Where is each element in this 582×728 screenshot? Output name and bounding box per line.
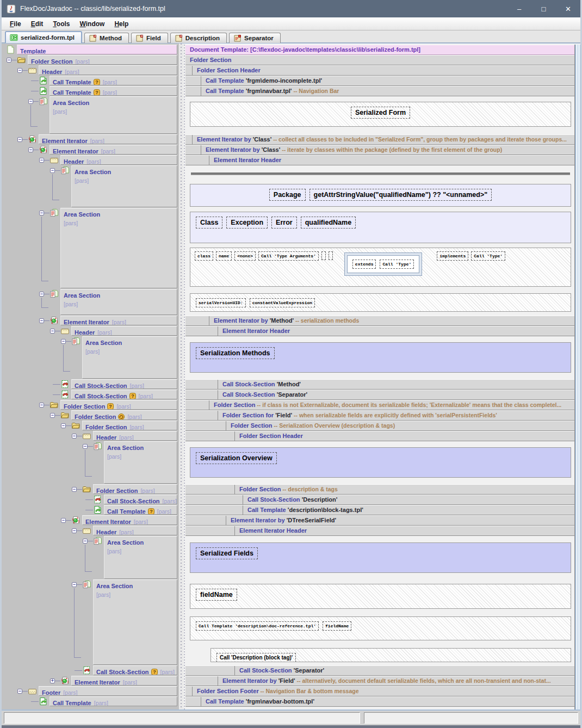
expand-toggle[interactable]: +	[50, 678, 55, 683]
template-area-box[interactable]: serialVersionUID:	[196, 298, 246, 307]
component-row-call-template-frgm-navbar-tpl[interactable]: Call Template 'frgm\navbar.tpl' -- Navig…	[185, 86, 574, 96]
empty-area-box[interactable]	[321, 251, 326, 260]
content-area-lavlight[interactable]: PackagegetAttrStringValue("qualifiedName…	[190, 184, 571, 207]
expand-toggle[interactable]: −	[61, 423, 66, 428]
content-area-hatch[interactable]: Call Template 'description\doc-reference…	[190, 616, 571, 640]
tree-node-bar[interactable]: Header[pars]	[71, 326, 177, 336]
component-row-folder-section[interactable]: Folder Section	[185, 55, 574, 65]
component-row-cell[interactable]: Element Iterator by 'DTreeSerialField'	[226, 516, 574, 525]
tree-node-call-stock-section[interactable]: Call Stock-Section[pars]	[2, 379, 179, 390]
expand-toggle[interactable]: −	[17, 689, 22, 694]
component-row-element-iterator-by-class[interactable]: Element Iterator by 'Class' -- collect a…	[185, 134, 574, 145]
tree-node-header[interactable]: −Header[pars]	[2, 326, 179, 336]
tree-node-bar[interactable]: Element Iterator[pars]	[49, 145, 177, 155]
tree-node-call-template[interactable]: Call Template?[pars]	[2, 505, 179, 515]
tree-node-area-section[interactable]: −Area Section[pars]	[2, 579, 179, 665]
tree-node-bar[interactable]: Area Section[pars]	[60, 289, 177, 315]
expand-toggle[interactable]: −	[39, 211, 44, 215]
tree-node-bar[interactable]: Area Section[pars]	[104, 536, 177, 579]
component-row-cell[interactable]: Element Iterator by 'Class' -- iterate b…	[201, 145, 574, 155]
component-row-element-iterator-header[interactable]: Element Iterator Header	[185, 155, 574, 165]
template-area-box[interactable]: extends	[352, 260, 376, 269]
component-row-cell[interactable]: Folder Section Header	[235, 431, 574, 441]
component-row-element-iterator-by-dtreeserialfield[interactable]: Element Iterator by 'DTreeSerialField'	[185, 515, 574, 526]
expand-toggle[interactable]: −	[17, 137, 22, 142]
tree-node-area-section[interactable]: −Area Section[pars]	[2, 165, 179, 208]
component-row-call-stock-section-method[interactable]: Call Stock-Section 'Method'	[185, 379, 574, 390]
component-row-cell[interactable]: Element Iterator by 'Class' -- collect a…	[193, 135, 574, 144]
tree-node-area-section[interactable]: −Area Section[pars]	[2, 208, 179, 289]
tree-node-call-template[interactable]: Call Template?[pars]	[2, 76, 179, 86]
template-area-box[interactable]: Call Template 'description\doc-reference…	[196, 621, 319, 631]
tree-node-folder-section[interactable]: −Folder Section[pars]	[2, 55, 179, 65]
tree-node-element-iterator[interactable]: −Element Iterator[pars]	[2, 515, 179, 526]
expand-toggle[interactable]: −	[39, 158, 44, 163]
content-area-hatch[interactable]: Serialized Form	[190, 102, 571, 127]
menu-window[interactable]: Window	[75, 19, 110, 29]
tree-node-bar[interactable]: Header[pars]	[93, 431, 177, 441]
component-row-cell[interactable]: Call Stock-Section 'Description'	[243, 495, 574, 504]
component-row-cell[interactable]: Call Stock-Section 'Separator'	[218, 390, 574, 399]
component-row-cell[interactable]: Document Template: [C:\flexdoc-javadoc\t…	[185, 45, 574, 54]
tree-node-bar[interactable]: Area Section[pars]	[49, 96, 177, 134]
tree-node-folder-section[interactable]: −Folder Section?[pars]	[2, 400, 179, 410]
component-row-cell[interactable]: Call Template 'frgm\demo-incomplete.tpl'	[201, 76, 574, 85]
tree-node-header[interactable]: −Header[pars]	[2, 431, 179, 441]
component-row-cell[interactable]: Call Template 'frgm\navbar.tpl' -- Navig…	[201, 87, 574, 96]
tab-method[interactable]: Method	[84, 33, 129, 43]
tree-node-header[interactable]: −Header[pars]	[2, 155, 179, 165]
vertical-scrollbar[interactable]	[575, 45, 580, 710]
expand-toggle[interactable]: −	[50, 168, 55, 173]
tree-node-bar[interactable]: Folder Section?[pars]	[60, 400, 177, 410]
template-area-box[interactable]: Call 'Type'	[380, 260, 414, 269]
component-row-call-stock-section-separator[interactable]: Call Stock-Section 'Separator'	[185, 390, 574, 400]
component-row-cell[interactable]: Call Stock-Section 'Method'	[218, 380, 574, 389]
component-row-cell[interactable]: Folder Section Footer -- Navigation Bar …	[193, 687, 574, 696]
tree-node-call-stock-section[interactable]: Call Stock-Section?[pars]	[2, 390, 179, 400]
component-row-folder-section-header[interactable]: Folder Section Header	[185, 65, 574, 76]
content-area-lav[interactable]: Serialization Methods	[190, 342, 571, 373]
close-button[interactable]: ✕	[556, 0, 580, 17]
content-area-lav[interactable]: Serialized Fields	[190, 542, 571, 573]
tree-node-element-iterator[interactable]: +Element Iterator[pars]	[2, 676, 179, 686]
template-area-box[interactable]: implements	[437, 251, 468, 261]
template-area-box[interactable]: getAttrStringValue("qualifiedName") ?? "…	[309, 189, 492, 201]
template-area-box[interactable]: fieldName	[323, 621, 351, 631]
menu-help[interactable]: Help	[109, 19, 133, 29]
expand-toggle[interactable]: −	[50, 329, 55, 334]
component-row-cell[interactable]: Element Iterator by 'Field' -- alternati…	[218, 676, 574, 686]
tree-node-bar[interactable]: Element Iterator[pars]	[39, 134, 177, 144]
content-area-hatch[interactable]: serialVersionUID:constantValueExpression	[190, 293, 571, 312]
template-area-box[interactable]: fieldName	[196, 589, 237, 601]
component-row-element-iterator-by-class[interactable]: Element Iterator by 'Class' -- iterate b…	[185, 145, 574, 155]
tree-node-bar[interactable]: Area Section[pars]	[71, 165, 177, 207]
template-area-box[interactable]: class	[195, 251, 213, 261]
tree-node-area-section[interactable]: −Area Section[pars]	[2, 536, 179, 579]
expand-toggle[interactable]: −	[72, 487, 77, 492]
tree-node-bar[interactable]: Header[pars]	[60, 155, 177, 165]
tree-node-bar[interactable]: Call Template?[pars]	[49, 76, 177, 85]
template-area-box[interactable]: Serialization Methods	[196, 347, 275, 359]
tree-node-call-template[interactable]: Call Template?[pars]	[2, 86, 179, 96]
component-row-element-iterator-by-field[interactable]: Element Iterator by 'Field' -- alternati…	[185, 676, 574, 686]
tree-node-bar[interactable]: Call Template?[pars]	[104, 505, 177, 515]
component-row-cell[interactable]: Folder Section -- description & tags	[235, 485, 574, 494]
extends-subpanel[interactable]: extendsCall 'Type'	[344, 252, 422, 276]
expand-toggle[interactable]: −	[39, 292, 44, 297]
tree-node-area-section[interactable]: −Area Section[pars]	[2, 289, 179, 316]
expand-toggle[interactable]: −	[83, 444, 88, 449]
tree-node-bar[interactable]: Area Section[pars]	[104, 441, 177, 484]
component-row-cell[interactable]: Element Iterator Header	[218, 326, 574, 336]
tree-node-bar[interactable]: Folder Section[pars]	[93, 484, 177, 494]
tree-node-bar[interactable]: Folder Section[pars]	[28, 55, 177, 65]
expand-toggle[interactable]: −	[39, 318, 44, 323]
tree-node-bar[interactable]: Area Section[pars]	[82, 336, 177, 379]
expand-toggle[interactable]: −	[61, 518, 66, 523]
component-row-cell[interactable]: Call Stock-Section 'Separator'	[235, 666, 574, 675]
content-area-hatch[interactable]: fieldName	[190, 584, 571, 609]
template-area-box[interactable]: name	[216, 251, 232, 261]
template-content-row[interactable]: ClassExceptionErrorqualifiedNameclassnam…	[185, 208, 574, 289]
component-row-cell[interactable]: Element Iterator Header	[209, 156, 574, 165]
expand-toggle[interactable]: −	[50, 413, 55, 418]
tab-serialized-form-tpl[interactable]: serialized-form.tpl	[5, 31, 82, 43]
